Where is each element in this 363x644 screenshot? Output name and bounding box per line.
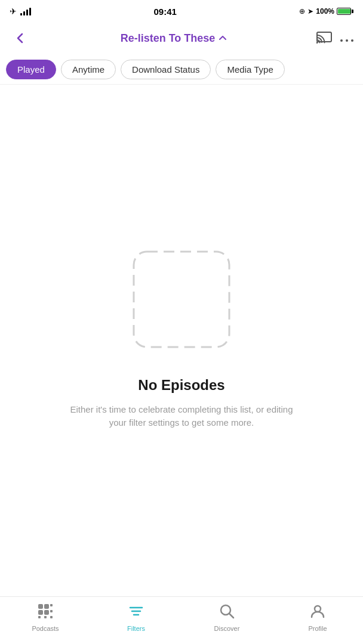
status-left: ✈: [10, 7, 31, 16]
svg-point-4: [351, 39, 353, 42]
svg-point-2: [340, 39, 343, 42]
tab-anytime[interactable]: Anytime: [61, 60, 116, 79]
status-bar: ✈ 09:41 ⊕ ➤ 100%: [0, 0, 363, 21]
status-time: 09:41: [153, 7, 176, 17]
airplane-icon: ✈: [10, 7, 17, 16]
lock-icon: ⊕: [299, 7, 305, 16]
nav-profile[interactable]: Profile: [272, 603, 363, 632]
battery-icon: [337, 8, 353, 15]
svg-point-20: [315, 606, 321, 612]
svg-rect-12: [38, 616, 41, 618]
profile-label: Profile: [308, 625, 327, 632]
back-button[interactable]: [10, 32, 31, 45]
svg-line-19: [229, 614, 233, 618]
podcasts-label: Podcasts: [32, 625, 59, 632]
svg-rect-13: [44, 616, 47, 618]
svg-rect-11: [50, 610, 53, 612]
nav-podcasts[interactable]: Podcasts: [0, 603, 91, 632]
status-right: ⊕ ➤ 100%: [299, 7, 353, 16]
cast-button[interactable]: [316, 30, 332, 46]
tab-download-status[interactable]: Download Status: [121, 60, 211, 79]
bottom-nav: Podcasts Filters Discover: [0, 596, 363, 644]
header-actions: [316, 30, 353, 46]
signal-bar-1: [20, 13, 22, 16]
page-title: Re-listen To These: [121, 32, 216, 45]
discover-icon: [219, 603, 235, 623]
svg-rect-6: [38, 604, 43, 609]
signal-bar-3: [26, 10, 28, 16]
header: Re-listen To These: [0, 21, 363, 55]
main-content: No Episodes Either it's time to celebrat…: [0, 85, 363, 590]
header-title-wrap[interactable]: Re-listen To These: [121, 32, 227, 45]
discover-label: Discover: [214, 625, 240, 632]
no-episodes-description: Either it's time to celebrate completing…: [68, 403, 295, 430]
signal-bar-2: [23, 11, 25, 16]
svg-rect-7: [44, 604, 49, 609]
signal-bars: [20, 7, 31, 16]
svg-rect-8: [38, 610, 43, 615]
svg-point-3: [346, 39, 348, 42]
battery-percent: 100%: [316, 7, 334, 16]
signal-bar-4: [29, 8, 31, 16]
svg-rect-9: [44, 610, 49, 615]
filter-tabs: Played Anytime Download Status Media Typ…: [0, 55, 363, 85]
tab-media-type[interactable]: Media Type: [216, 60, 284, 79]
filters-icon: [128, 603, 144, 623]
svg-rect-10: [50, 604, 53, 606]
filters-label: Filters: [127, 625, 145, 632]
svg-rect-5: [134, 252, 229, 347]
title-caret-icon: [219, 33, 227, 43]
podcasts-icon: [38, 603, 53, 623]
more-button[interactable]: [340, 32, 353, 45]
nav-discover[interactable]: Discover: [182, 603, 272, 632]
no-episodes-title: No Episodes: [138, 377, 224, 394]
profile-icon: [310, 603, 325, 623]
svg-rect-14: [50, 616, 53, 618]
nav-filters[interactable]: Filters: [91, 603, 182, 632]
tab-played[interactable]: Played: [6, 60, 56, 79]
location-icon: ➤: [307, 7, 313, 16]
empty-illustration: [128, 246, 235, 353]
